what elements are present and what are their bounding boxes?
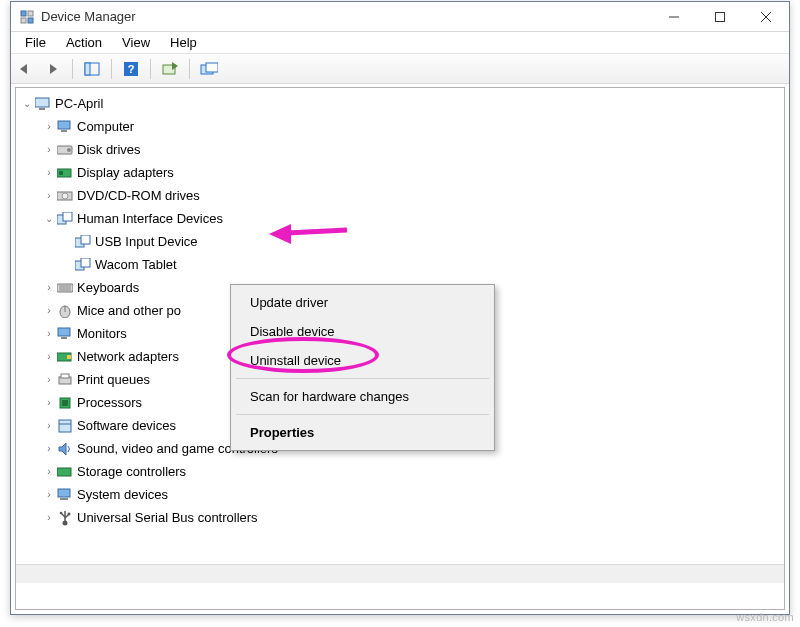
svg-rect-47 [57, 468, 71, 476]
svg-rect-55 [68, 512, 71, 515]
svg-rect-38 [61, 337, 67, 339]
expand-icon[interactable]: › [42, 512, 56, 523]
usb-icon [56, 510, 74, 526]
context-menu: Update driver Disable device Uninstall d… [230, 284, 495, 451]
menu-help[interactable]: Help [160, 33, 207, 52]
tree-node-label: Human Interface Devices [77, 211, 223, 226]
collapse-icon[interactable]: ⌄ [42, 213, 56, 224]
tree-node-label: Display adapters [77, 165, 174, 180]
computer-icon [34, 96, 52, 112]
system-icon [56, 487, 74, 503]
ctx-uninstall-device[interactable]: Uninstall device [234, 346, 491, 375]
expand-icon[interactable]: › [42, 328, 56, 339]
svg-rect-9 [85, 63, 90, 75]
minimize-button[interactable] [651, 2, 697, 32]
tree-node-wacom-tablet[interactable]: Wacom Tablet [16, 253, 784, 276]
tree-node-label: Storage controllers [77, 464, 186, 479]
app-icon [19, 9, 35, 25]
svg-rect-40 [67, 355, 71, 359]
ctx-update-driver[interactable]: Update driver [234, 288, 491, 317]
expand-icon[interactable]: › [42, 121, 56, 132]
tree-root-label: PC-April [55, 96, 103, 111]
maximize-button[interactable] [697, 2, 743, 32]
expand-icon[interactable]: › [42, 374, 56, 385]
network-icon [56, 349, 74, 365]
tree-node-label: Network adapters [77, 349, 179, 364]
expand-icon[interactable]: › [42, 489, 56, 500]
ctx-properties[interactable]: Properties [234, 418, 491, 447]
properties-toolbar-button[interactable] [197, 57, 221, 81]
svg-text:?: ? [128, 63, 135, 75]
tree-node-label: Print queues [77, 372, 150, 387]
ctx-disable-device[interactable]: Disable device [234, 317, 491, 346]
svg-point-20 [67, 148, 71, 152]
tree-node-label: Universal Serial Bus controllers [77, 510, 258, 525]
ctx-scan-hardware[interactable]: Scan for hardware changes [234, 382, 491, 411]
help-button[interactable]: ? [119, 57, 143, 81]
tree-node-label: Processors [77, 395, 142, 410]
sound-icon [56, 441, 74, 457]
tree-node-label: System devices [77, 487, 168, 502]
expand-icon[interactable]: › [42, 305, 56, 316]
tree-node-usb-controllers[interactable]: › Universal Serial Bus controllers [16, 506, 784, 529]
back-button[interactable] [13, 57, 37, 81]
menu-view[interactable]: View [112, 33, 160, 52]
hid-icon [74, 234, 92, 250]
cdrom-icon [56, 188, 74, 204]
tree-node-label: Keyboards [77, 280, 139, 295]
expand-icon[interactable]: › [42, 167, 56, 178]
tree-node-label: DVD/CD-ROM drives [77, 188, 200, 203]
tree-root[interactable]: ⌄ PC-April [16, 92, 784, 115]
svg-rect-2 [21, 18, 26, 23]
close-button[interactable] [743, 2, 789, 32]
disk-icon [56, 142, 74, 158]
show-hide-tree-button[interactable] [80, 57, 104, 81]
menu-action[interactable]: Action [56, 33, 112, 52]
monitor-icon [56, 326, 74, 342]
tree-node-label: USB Input Device [95, 234, 198, 249]
expand-icon[interactable]: › [42, 282, 56, 293]
collapse-icon[interactable]: ⌄ [20, 98, 34, 109]
keyboard-icon [56, 280, 74, 296]
tree-node-dvd-cdrom[interactable]: › DVD/CD-ROM drives [16, 184, 784, 207]
tree-node-computer[interactable]: › Computer [16, 115, 784, 138]
hid-icon [74, 257, 92, 273]
expand-icon[interactable]: › [42, 443, 56, 454]
monitor-icon [56, 119, 74, 135]
svg-rect-28 [81, 235, 90, 244]
svg-point-54 [60, 511, 63, 514]
tree-node-system[interactable]: › System devices [16, 483, 784, 506]
tree-node-storage[interactable]: › Storage controllers [16, 460, 784, 483]
svg-rect-5 [716, 13, 725, 22]
svg-rect-26 [63, 212, 72, 221]
expand-icon[interactable]: › [42, 144, 56, 155]
svg-rect-42 [61, 374, 69, 378]
svg-rect-44 [62, 400, 68, 406]
expand-icon[interactable]: › [42, 466, 56, 477]
expand-icon[interactable]: › [42, 397, 56, 408]
menu-file[interactable]: File [15, 33, 56, 52]
menubar: File Action View Help [11, 32, 789, 54]
svg-rect-49 [60, 498, 68, 500]
expand-icon[interactable]: › [42, 351, 56, 362]
toolbar-separator [72, 59, 73, 79]
svg-rect-37 [58, 328, 70, 336]
tree-node-usb-input-device[interactable]: USB Input Device [16, 230, 784, 253]
expand-icon[interactable]: › [42, 190, 56, 201]
forward-button[interactable] [41, 57, 65, 81]
window-controls [651, 2, 789, 32]
toolbar-separator [111, 59, 112, 79]
tree-node-display-adapters[interactable]: › Display adapters [16, 161, 784, 184]
toolbar-separator [150, 59, 151, 79]
hid-icon [56, 211, 74, 227]
printer-icon [56, 372, 74, 388]
scan-hardware-button[interactable] [158, 57, 182, 81]
tree-node-disk-drives[interactable]: › Disk drives [16, 138, 784, 161]
tree-node-label: Monitors [77, 326, 127, 341]
watermark: wsxdn.com [736, 611, 794, 623]
tree-node-hid[interactable]: ⌄ Human Interface Devices [16, 207, 784, 230]
mouse-icon [56, 303, 74, 319]
device-manager-window: Device Manager File Action View Help [10, 1, 790, 615]
expand-icon[interactable]: › [42, 420, 56, 431]
tree-node-label: Disk drives [77, 142, 141, 157]
